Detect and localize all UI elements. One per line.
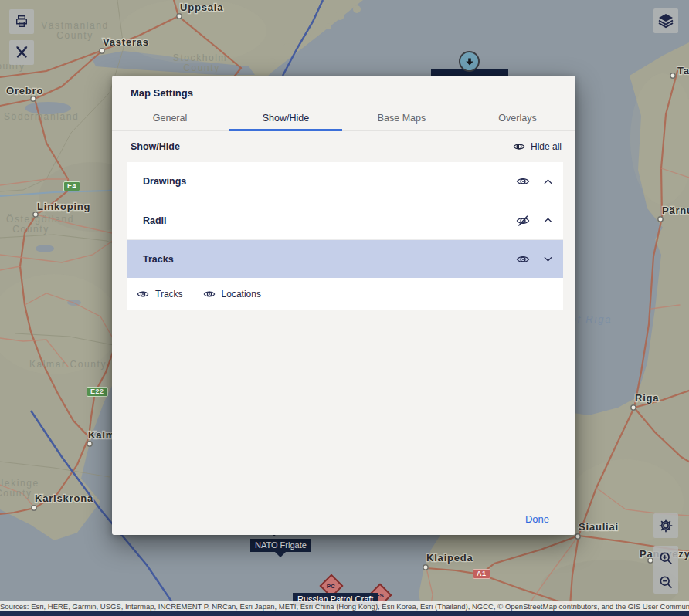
- eye-icon: [516, 174, 530, 188]
- group-row-tracks[interactable]: Tracks: [127, 239, 563, 278]
- tab-general[interactable]: General: [112, 106, 228, 130]
- chevron-down-icon: [542, 253, 554, 265]
- map-label-region: Södermanland: [4, 111, 79, 122]
- map-label-region: Västmanland: [41, 20, 109, 31]
- map-label-region: County: [183, 63, 220, 73]
- map-label-city: Tallinn: [677, 65, 689, 76]
- chevron-up-icon: [542, 215, 554, 226]
- map-label-city: Riga: [635, 392, 659, 404]
- section-title: Show/Hide: [131, 141, 180, 152]
- sublayer-label: Tracks: [155, 289, 183, 300]
- show-hide-section-header: Show/Hide Hide all: [112, 131, 575, 161]
- vessel-arrow-marker[interactable]: [459, 51, 480, 72]
- drawing-tools-button[interactable]: [9, 40, 34, 65]
- expand-toggle[interactable]: [542, 253, 554, 265]
- map-label-region: County: [12, 224, 49, 235]
- road-badge-e4: E4: [63, 181, 80, 191]
- group-label: Drawings: [143, 176, 516, 187]
- print-button[interactable]: [9, 9, 34, 34]
- tab-show-hide[interactable]: Show/Hide: [228, 106, 344, 130]
- layers-button[interactable]: [653, 8, 678, 33]
- map-label-city: Uppsala: [180, 2, 223, 13]
- tab-overlays[interactable]: Overlays: [460, 106, 575, 130]
- map-label-city: Vasteras: [103, 36, 149, 48]
- zoom-out-icon: [658, 574, 674, 590]
- app-window: Uppsala Vasteras Orebro Linkoping Kalmar…: [0, 0, 689, 616]
- group-row-radii[interactable]: Radii: [127, 201, 563, 239]
- done-button[interactable]: Done: [525, 513, 549, 525]
- half-eye-icon: [513, 140, 525, 153]
- map-label-city: Pärnu: [662, 205, 689, 216]
- map-label-region: Kalmar County: [29, 359, 107, 370]
- group-row-drawings[interactable]: Drawings: [127, 162, 563, 201]
- expand-toggle[interactable]: [542, 176, 554, 188]
- zoom-in-icon: [658, 550, 674, 566]
- gear-icon: [658, 518, 674, 533]
- layers-icon: [657, 12, 674, 29]
- bottom-bar: [0, 611, 689, 616]
- sublayer-toggle-tracks[interactable]: Tracks: [137, 288, 183, 300]
- eye-icon: [516, 252, 530, 266]
- hide-all-label: Hide all: [531, 141, 562, 152]
- map-label-region: County: [56, 30, 93, 41]
- eye-icon: [203, 288, 216, 300]
- visibility-toggle[interactable]: [516, 252, 530, 266]
- tracks-sublayers-row: Tracks Locations: [127, 278, 563, 310]
- settings-button[interactable]: [653, 513, 678, 538]
- map-label-region: Stockholm: [173, 52, 227, 63]
- eye-icon: [137, 288, 149, 300]
- map-label-city: Karlskrona: [35, 492, 93, 504]
- tab-base-maps[interactable]: Base Maps: [344, 106, 460, 130]
- zoom-in-button[interactable]: [653, 546, 678, 570]
- vessel-label-nato-frigate: NATO Frigate: [250, 539, 311, 552]
- road-badge-e22: E22: [87, 387, 108, 397]
- map-label-region: Blekinge: [0, 478, 39, 489]
- map-label-region: Östergötland: [6, 214, 74, 225]
- layer-groups-panel: Drawings Radii Tracks: [127, 162, 563, 310]
- map-label-city: Linkoping: [37, 201, 90, 212]
- map-label-region: County: [0, 488, 32, 499]
- crossed-tools-icon: [14, 45, 29, 60]
- print-icon: [14, 14, 29, 29]
- map-label-city: Siauliai: [579, 521, 619, 533]
- map-label-city: Orebro: [6, 85, 43, 96]
- visibility-toggle[interactable]: [516, 214, 530, 228]
- zoom-out-button[interactable]: [653, 570, 678, 594]
- dialog-title: Map Settings: [112, 76, 575, 106]
- eye-off-icon: [516, 214, 530, 228]
- expand-toggle[interactable]: [542, 215, 554, 226]
- zoom-controls: [653, 546, 678, 594]
- hide-all-button[interactable]: Hide all: [513, 140, 562, 153]
- settings-tabs: General Show/Hide Base Maps Overlays: [112, 106, 575, 131]
- arrow-down-icon: [463, 56, 476, 68]
- sublayer-label: Locations: [222, 289, 261, 300]
- map-attribution: Sources: Esri, HERE, Garmin, USGS, Inter…: [0, 601, 689, 611]
- vessel-code: PC: [327, 583, 335, 590]
- chevron-up-icon: [542, 176, 554, 188]
- sublayer-toggle-locations[interactable]: Locations: [203, 288, 261, 300]
- group-label: Tracks: [143, 254, 516, 265]
- road-badge-a1: A1: [473, 569, 490, 579]
- visibility-toggle[interactable]: [516, 174, 530, 188]
- group-label: Radii: [143, 215, 516, 226]
- map-settings-dialog: Map Settings General Show/Hide Base Maps…: [112, 76, 575, 535]
- map-label-city: Klaipeda: [426, 552, 473, 564]
